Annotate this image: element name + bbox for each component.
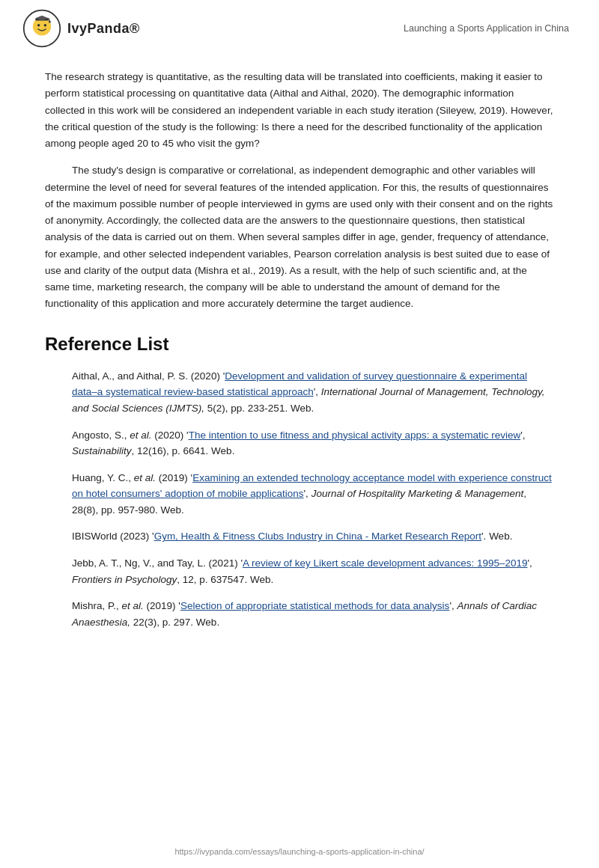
reference-entry-2: Angosto, S., et al. (2020) 'The intentio… xyxy=(45,427,554,459)
svg-point-7 xyxy=(49,21,51,23)
body-paragraph-2: The study's design is comparative or cor… xyxy=(45,162,554,312)
document-title: Launching a Sports Application in China xyxy=(404,23,569,34)
ref5-authors: Jebb, A. T., Ng, V., and Tay, L. (2021) … xyxy=(72,557,243,569)
ref4-authors: IBISWorld (2023) ' xyxy=(72,531,154,542)
ref6-link[interactable]: Selection of appropriate statistical met… xyxy=(180,600,449,611)
reference-entry-6: Mishra, P., et al. (2019) 'Selection of … xyxy=(45,598,554,630)
footer-url: https://ivypanda.com/essays/launching-a-… xyxy=(174,847,424,856)
reference-entry-5: Jebb, A. T., Ng, V., and Tay, L. (2021) … xyxy=(45,555,554,587)
ref4-after: '. Web. xyxy=(481,531,512,542)
ref1-authors: Aithal, A., and Aithal, P. S. (2020) ' xyxy=(72,370,225,382)
svg-point-3 xyxy=(44,24,46,26)
ref5-link[interactable]: A review of key Likert scale development… xyxy=(243,557,528,569)
ref2-link[interactable]: The intention to use fitness and physica… xyxy=(189,430,520,441)
ref3-authors: Huang, Y. C., et al. (2019) ' xyxy=(72,472,192,483)
page-footer: https://ivypanda.com/essays/launching-a-… xyxy=(0,847,599,856)
page-header: IvyPanda® Launching a Sports Application… xyxy=(0,0,599,55)
logo-text: IvyPanda® xyxy=(67,21,140,37)
logo-text-area: IvyPanda® xyxy=(67,21,140,37)
reference-list-heading: Reference List xyxy=(45,334,554,355)
body-paragraph-1: The research strategy is quantitative, a… xyxy=(45,69,554,152)
ivypanda-logo xyxy=(22,9,61,48)
ref6-authors: Mishra, P., et al. (2019) ' xyxy=(72,600,180,611)
reference-entry-3: Huang, Y. C., et al. (2019) 'Examining a… xyxy=(45,470,554,519)
reference-entry-1: Aithal, A., and Aithal, P. S. (2020) 'De… xyxy=(45,368,554,417)
svg-point-2 xyxy=(37,24,40,26)
ref4-link[interactable]: Gym, Health & Fitness Clubs Industry in … xyxy=(154,531,481,542)
logo-area: IvyPanda® xyxy=(22,9,140,48)
main-content: The research strategy is quantitative, a… xyxy=(0,55,599,685)
reference-entry-4: IBISWorld (2023) 'Gym, Health & Fitness … xyxy=(45,528,554,545)
ref2-authors: Angosto, S., et al. (2020) ' xyxy=(72,430,189,441)
